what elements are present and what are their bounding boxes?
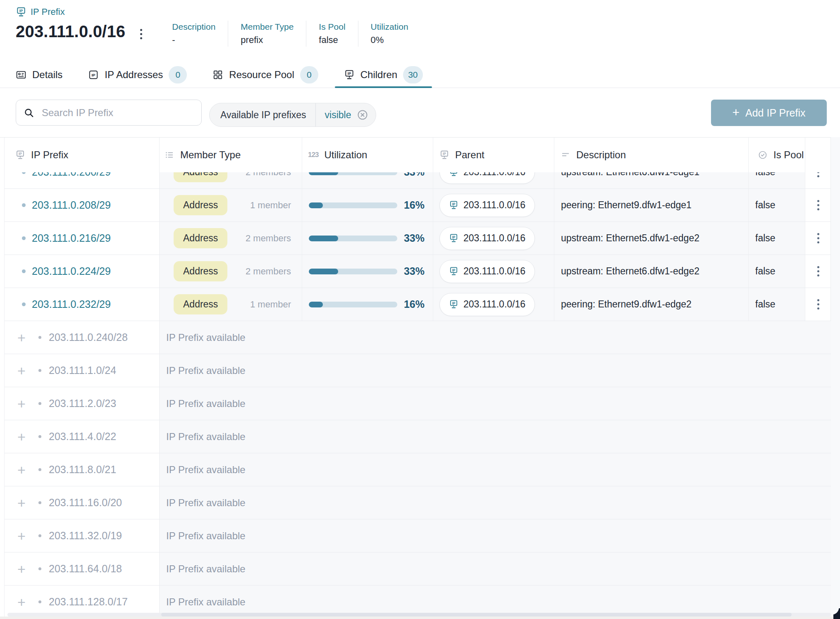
meta-member-type: Member Type prefix: [228, 21, 306, 47]
add-child-prefix-icon[interactable]: +: [16, 464, 27, 476]
is-pool-cell: false: [749, 222, 805, 255]
remove-filter-icon[interactable]: [357, 109, 368, 121]
actions-cell: [805, 222, 831, 255]
ip-prefix-icon: [16, 7, 26, 17]
is-pool-cell: false: [749, 288, 805, 321]
available-prefix-row: + 203.111.0.240/28 IP Prefix available: [5, 321, 830, 354]
available-prefix-cell: + 203.111.1.0/24: [5, 354, 160, 387]
search-input[interactable]: [41, 107, 194, 119]
column-header-ip-prefix: IP Prefix: [5, 138, 160, 172]
resource-pool-grid-icon: [212, 69, 223, 80]
status-dot: [22, 203, 26, 207]
toolbar: Available IP prefixes visible + Add IP P…: [0, 88, 840, 137]
add-child-prefix-icon[interactable]: +: [16, 497, 27, 509]
prefix-link[interactable]: 203.111.0.232/29: [32, 298, 111, 310]
available-note: IP Prefix available: [160, 387, 831, 420]
utilization-bar-fill: [309, 202, 323, 208]
parent-link[interactable]: 203.111.0.0/16: [439, 227, 535, 250]
prefix-link[interactable]: 203.111.0.224/29: [32, 265, 111, 277]
utilization-bar-fill: [309, 269, 338, 274]
member-type-cell: Address 1 member: [160, 288, 302, 321]
ip-prefix-icon: [449, 233, 458, 243]
status-dot: [22, 269, 26, 273]
title-row: 203.111.0.0/16 Description - Member Type…: [16, 21, 840, 47]
add-child-prefix-icon[interactable]: +: [16, 364, 27, 377]
actions-cell: [805, 288, 831, 321]
utilization-cell: 33%: [302, 255, 433, 288]
check-circle-icon: [758, 150, 768, 160]
is-pool-cell: false: [749, 189, 805, 221]
available-prefix-cell: + 203.111.2.0/23: [5, 387, 160, 420]
horizontal-scrollbar-track[interactable]: [7, 613, 831, 617]
tab-badge: 0: [169, 66, 187, 83]
member-type-badge: Address: [174, 261, 227, 281]
available-prefix-row: + 203.111.4.0/22 IP Prefix available: [5, 420, 830, 453]
member-type-cell: Address 1 member: [160, 189, 302, 221]
available-note: IP Prefix available: [160, 552, 831, 585]
utilization-percent: 16%: [397, 199, 425, 211]
status-dot: [38, 468, 41, 471]
available-prefix-row: + 203.111.32.0/19 IP Prefix available: [5, 519, 830, 552]
tab-ip-addresses[interactable]: IP Addresses 0: [79, 62, 196, 88]
add-child-prefix-icon[interactable]: +: [16, 398, 27, 410]
row-actions-kebab[interactable]: [813, 263, 823, 280]
available-prefix-cell: + 203.111.32.0/19: [5, 519, 160, 552]
available-prefix-cell: + 203.111.8.0/21: [5, 453, 160, 486]
ipam-prefix-page: IP Prefix 203.111.0.0/16 Description - M…: [0, 0, 840, 619]
title-actions-kebab[interactable]: [134, 25, 148, 43]
utilization-bar: [309, 269, 397, 274]
status-dot: [22, 236, 26, 240]
search-icon: [24, 107, 34, 118]
horizontal-scrollbar-thumb[interactable]: [161, 613, 792, 617]
member-count: 2 members: [246, 266, 302, 277]
table-row: 203.111.0.232/29 Address 1 member 16% 20…: [5, 288, 830, 321]
tab-details[interactable]: Details: [7, 62, 72, 88]
add-child-prefix-icon[interactable]: +: [16, 596, 27, 608]
column-header-actions: [805, 138, 831, 172]
row-actions-kebab[interactable]: [813, 230, 823, 247]
plus-icon: +: [733, 106, 740, 119]
utilization-bar-fill: [309, 302, 323, 307]
meta-description: Description -: [160, 21, 228, 47]
tab-children[interactable]: Children 30: [335, 62, 432, 88]
row-actions-kebab[interactable]: [813, 296, 823, 313]
member-count: 1 member: [250, 299, 302, 310]
add-child-prefix-icon[interactable]: +: [16, 431, 27, 443]
object-type-label: IP Prefix: [31, 7, 65, 17]
add-child-prefix-icon[interactable]: +: [16, 530, 27, 542]
available-prefix-row: + 203.111.1.0/24 IP Prefix available: [5, 354, 830, 387]
add-child-prefix-icon[interactable]: +: [16, 331, 27, 344]
status-dot: [38, 600, 41, 603]
available-prefix-label: 203.111.4.0/22: [49, 431, 116, 443]
search-box: [16, 100, 202, 126]
utilization-bar: [309, 236, 397, 241]
parent-link[interactable]: 203.111.0.0/16: [439, 260, 535, 283]
prefix-cell: 203.111.0.224/29: [5, 255, 160, 288]
description-cell: upstream: Ethernet6.dfw1-edge2: [554, 255, 749, 288]
column-header-is-pool: Is Pool: [749, 138, 805, 172]
parent-link[interactable]: 203.111.0.0/16: [439, 194, 535, 217]
prefix-link[interactable]: 203.111.0.208/29: [32, 199, 111, 211]
add-ip-prefix-button[interactable]: + Add IP Prefix: [711, 100, 827, 126]
list-icon: [165, 150, 174, 160]
parent-link[interactable]: 203.111.0.0/16: [439, 293, 535, 316]
object-type-row: IP Prefix: [16, 7, 840, 17]
add-child-prefix-icon[interactable]: +: [16, 563, 27, 575]
status-dot: [38, 402, 41, 405]
member-count: 2 members: [246, 233, 302, 244]
utilization-bar: [309, 302, 397, 307]
text-lines-icon: [561, 150, 570, 160]
object-header: IP Prefix 203.111.0.0/16 Description - M…: [0, 0, 840, 62]
prefix-link[interactable]: 203.111.0.216/29: [32, 232, 111, 244]
tab-resource-pool[interactable]: Resource Pool 0: [203, 62, 327, 88]
status-dot: [38, 501, 41, 504]
filter-chip[interactable]: Available IP prefixes visible: [209, 103, 376, 127]
utilization-bar: [309, 202, 397, 208]
parent-cell: 203.111.0.0/16: [433, 189, 554, 221]
column-header-member-type: Member Type: [160, 138, 302, 172]
member-type-badge: Address: [174, 294, 227, 314]
available-prefix-label: 203.111.8.0/21: [49, 464, 116, 476]
window-bottom-strip: [0, 617, 840, 619]
vertical-scrollbar-track[interactable]: [831, 137, 840, 617]
row-actions-kebab[interactable]: [813, 197, 823, 214]
